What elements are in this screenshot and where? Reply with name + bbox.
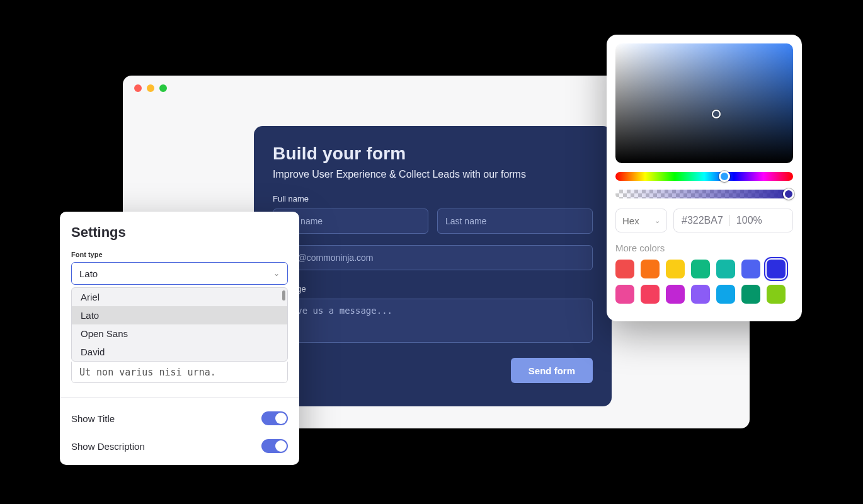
color-swatch[interactable] xyxy=(691,285,710,304)
form-card: Build your form Improve User Experience … xyxy=(254,126,612,406)
hue-slider[interactable] xyxy=(615,172,793,181)
color-swatch[interactable] xyxy=(615,260,634,278)
color-swatch[interactable] xyxy=(741,260,760,278)
message-label: Message xyxy=(273,284,593,294)
settings-panel: Settings Font type Lato ⌄ Ariel Lato Ope… xyxy=(60,212,299,465)
divider xyxy=(60,397,299,398)
color-cursor-icon[interactable] xyxy=(712,110,721,118)
form-subtitle: Improve User Experience & Collect Leads … xyxy=(273,169,593,180)
color-format-select[interactable]: Hex ⌄ xyxy=(615,209,667,232)
color-swatch[interactable] xyxy=(691,260,710,278)
chevron-down-icon: ⌄ xyxy=(273,269,280,278)
font-select[interactable]: Lato ⌄ xyxy=(71,262,288,285)
color-swatch[interactable] xyxy=(716,260,735,278)
saturation-value-area[interactable] xyxy=(615,43,793,163)
font-select-value: Lato xyxy=(79,268,98,279)
show-description-toggle[interactable] xyxy=(261,439,288,453)
email-input[interactable] xyxy=(273,245,593,270)
color-format-value: Hex xyxy=(622,215,639,226)
lastname-input[interactable] xyxy=(437,209,593,234)
minimize-window-icon[interactable] xyxy=(147,84,154,92)
show-description-label: Show Description xyxy=(71,441,145,452)
maximize-window-icon[interactable] xyxy=(159,84,167,92)
send-form-button[interactable]: Send form xyxy=(511,358,593,383)
dropdown-scrollbar[interactable] xyxy=(282,290,285,301)
color-swatch[interactable] xyxy=(767,260,786,278)
hue-thumb-icon[interactable] xyxy=(719,171,730,182)
color-swatch[interactable] xyxy=(666,285,685,304)
hex-input[interactable]: #322BA7 100% xyxy=(673,209,793,232)
swatch-grid xyxy=(615,260,793,304)
dropdown-option-opensans[interactable]: Open Sans xyxy=(72,324,287,343)
alpha-slider[interactable] xyxy=(615,190,793,198)
color-swatch[interactable] xyxy=(767,285,786,304)
show-title-label: Show Title xyxy=(71,413,115,424)
font-dropdown: Ariel Lato Open Sans David xyxy=(71,287,288,362)
color-swatch[interactable] xyxy=(716,285,735,304)
color-picker-panel: Hex ⌄ #322BA7 100% More colors xyxy=(607,35,802,321)
form-title: Build your form xyxy=(273,144,593,164)
alpha-value: 100% xyxy=(736,215,762,226)
dropdown-option-lato[interactable]: Lato xyxy=(72,306,287,324)
color-swatch[interactable] xyxy=(666,260,685,278)
settings-title: Settings xyxy=(71,224,288,241)
settings-textarea[interactable] xyxy=(71,362,288,383)
close-window-icon[interactable] xyxy=(134,84,142,92)
alpha-thumb-icon[interactable] xyxy=(783,188,794,200)
chevron-down-icon: ⌄ xyxy=(654,217,660,225)
toggle-knob xyxy=(275,440,287,452)
fullname-label: Full name xyxy=(273,194,593,203)
dropdown-option-ariel[interactable]: Ariel xyxy=(72,288,287,306)
color-swatch[interactable] xyxy=(615,285,634,304)
show-title-toggle[interactable] xyxy=(261,411,288,425)
hex-value: #322BA7 xyxy=(682,215,723,226)
color-swatch[interactable] xyxy=(641,285,660,304)
color-swatch[interactable] xyxy=(741,285,760,304)
color-swatch[interactable] xyxy=(641,260,660,278)
toggle-knob xyxy=(275,413,287,424)
font-type-label: Font type xyxy=(71,251,288,258)
message-textarea[interactable] xyxy=(273,299,593,343)
divider xyxy=(729,215,730,226)
more-colors-label: More colors xyxy=(615,243,793,253)
dropdown-option-david[interactable]: David xyxy=(72,343,287,361)
